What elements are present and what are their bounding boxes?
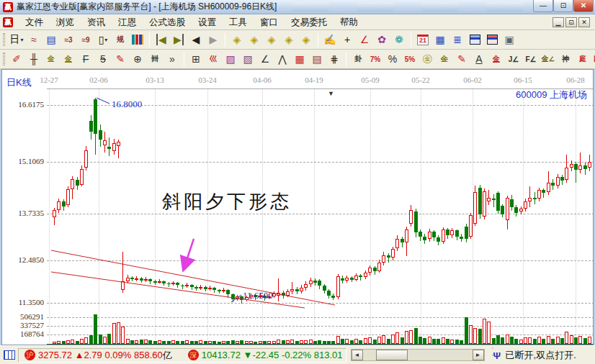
scroll-right-button[interactable]: ► bbox=[473, 350, 484, 360]
maximize-button[interactable]: ⊡ bbox=[553, 0, 573, 12]
toolbar-button[interactable]: 日▾ bbox=[9, 32, 24, 47]
toolbar-button[interactable]: ▶ bbox=[205, 32, 221, 47]
toolbar-button[interactable]: 四∠ bbox=[592, 52, 595, 67]
toolbar-button[interactable]: 金 bbox=[43, 52, 59, 67]
toolbar-button[interactable]: ⊕ bbox=[130, 52, 146, 67]
toolbar-button[interactable]: 庭 bbox=[575, 52, 591, 67]
toolbar-button[interactable]: ✿ bbox=[374, 32, 390, 47]
toolbar-button[interactable]: ▨ bbox=[223, 52, 238, 67]
toolbar-button[interactable]: ❁ bbox=[391, 32, 407, 47]
toolbar-button[interactable]: ◈ bbox=[298, 32, 314, 47]
volume-bar bbox=[423, 338, 426, 344]
chart-panel[interactable]: 日K线 600009 上海机场 ▼ 12-2702-0603-1303-2404… bbox=[1, 69, 594, 345]
toolbar-button[interactable]: ╫ bbox=[26, 52, 42, 67]
toolbar-button[interactable]: 7% bbox=[367, 52, 383, 67]
toolbar-grip[interactable] bbox=[3, 33, 5, 46]
menu-item-工具[interactable]: 工具 bbox=[223, 16, 254, 29]
annotation-peak-price[interactable]: 16.8000 bbox=[112, 99, 142, 110]
toolbar-button[interactable] bbox=[130, 32, 146, 47]
toolbar-button[interactable]: 21 bbox=[415, 32, 431, 47]
toolbar-button[interactable]: ◈ bbox=[246, 32, 262, 47]
menu-item-江恩[interactable]: 江恩 bbox=[112, 16, 143, 29]
toolbar-button[interactable]: 卌 bbox=[147, 52, 163, 67]
menu-item-设置[interactable]: 设置 bbox=[192, 16, 223, 29]
toolbar-button[interactable]: 金 bbox=[437, 52, 452, 67]
scroll-thumb[interactable] bbox=[376, 350, 408, 360]
connection-antenna-icon[interactable] bbox=[492, 350, 502, 361]
toolbar-button[interactable]: 金 bbox=[61, 52, 76, 67]
toolbar-button[interactable] bbox=[484, 32, 500, 47]
toolbar-button[interactable]: ◈ bbox=[264, 32, 279, 47]
toolbar-button[interactable] bbox=[467, 32, 483, 47]
candle bbox=[222, 290, 225, 291]
toolbar-grip[interactable] bbox=[3, 53, 5, 65]
market-table-icon[interactable] bbox=[4, 350, 15, 360]
toolbar-button[interactable]: ≣ bbox=[449, 32, 465, 47]
menu-item-公式选股[interactable]: 公式选股 bbox=[143, 16, 192, 29]
candle bbox=[565, 168, 568, 180]
toolbar-button[interactable]: ≈3 bbox=[61, 32, 76, 47]
toolbar-button[interactable]: J∠ bbox=[506, 52, 522, 67]
toolbar-button[interactable]: 5% bbox=[402, 52, 418, 67]
toolbar-button[interactable]: ∠ bbox=[357, 32, 372, 47]
toolbar-button[interactable]: ▤ bbox=[309, 52, 325, 67]
sz-market-icon[interactable]: 深 bbox=[188, 350, 199, 360]
toolbar-button[interactable]: ◀ bbox=[188, 32, 204, 47]
toolbar-button[interactable]: ⊞ bbox=[188, 52, 204, 67]
toolbar-button[interactable]: ◈ bbox=[229, 32, 245, 47]
mdi-restore-button[interactable]: ⊡ bbox=[565, 17, 577, 27]
horizontal-scrollbar[interactable]: ◄ ► bbox=[351, 349, 485, 361]
volume-bar bbox=[395, 332, 399, 344]
menu-item-文件[interactable]: 文件 bbox=[19, 16, 50, 29]
toolbar-button[interactable]: ◈ bbox=[281, 32, 297, 47]
toolbar-button[interactable]: ≈9 bbox=[78, 32, 94, 47]
toolbar-button[interactable]: ✎ bbox=[454, 52, 470, 67]
mdi-app-icon[interactable]: 赢 bbox=[3, 17, 13, 27]
minimize-button[interactable]: — bbox=[533, 0, 553, 12]
toolbar-button[interactable]: + bbox=[339, 32, 355, 47]
toolbar-button[interactable]: ▧ bbox=[240, 52, 256, 67]
toolbar-button[interactable]: ▣ bbox=[501, 32, 517, 47]
toolbar-button[interactable]: ✐ bbox=[9, 52, 24, 67]
mdi-close-button[interactable]: ✕ bbox=[578, 17, 590, 27]
toolbar-button[interactable]: ⋕ bbox=[326, 52, 342, 67]
toolbar-button[interactable]: 金 bbox=[488, 52, 504, 67]
toolbar-button[interactable]: ✎ bbox=[112, 52, 128, 67]
menu-item-帮助[interactable]: 帮助 bbox=[334, 16, 364, 29]
toolbar-button[interactable]: 金∠ bbox=[540, 52, 556, 67]
toolbar-button[interactable]: ▯▾ bbox=[95, 32, 111, 47]
toolbar-button[interactable]: ▦ bbox=[292, 52, 308, 67]
sh-market-icon[interactable]: 沪 bbox=[24, 350, 35, 360]
toolbar-button[interactable]: ㊎ bbox=[419, 52, 435, 67]
annotation-pattern-text[interactable]: 斜阳夕下形态 bbox=[162, 189, 292, 214]
toolbar-button[interactable]: F∠ bbox=[523, 52, 539, 67]
menu-item-窗口[interactable]: 窗口 bbox=[254, 16, 285, 29]
toolbar-button[interactable]: ≈ bbox=[26, 32, 42, 47]
scroll-left-button[interactable]: ◄ bbox=[352, 350, 363, 360]
toolbar-button[interactable]: ⋀ bbox=[274, 52, 290, 67]
menu-item-交易委托[interactable]: 交易委托 bbox=[285, 16, 334, 29]
toolbar-button[interactable]: 卦 bbox=[350, 52, 366, 67]
toolbar-button[interactable]: F bbox=[78, 52, 94, 67]
mdi-minimize-button[interactable]: ▁ bbox=[552, 17, 564, 27]
toolbar-button[interactable]: % bbox=[385, 52, 401, 67]
toolbar-button[interactable]: ✍ bbox=[322, 32, 338, 47]
annotation-low-price[interactable]: 11.6500 bbox=[243, 290, 273, 301]
candle bbox=[158, 281, 161, 283]
toolbar-button[interactable]: ▤ bbox=[43, 32, 59, 47]
toolbar-button[interactable]: 规 bbox=[112, 32, 128, 47]
toolbar-button[interactable]: A bbox=[471, 52, 487, 67]
candle bbox=[537, 190, 541, 199]
toolbar-button[interactable]: 神 bbox=[558, 52, 573, 67]
axis-date-label: 05-09 bbox=[361, 76, 380, 84]
close-button[interactable]: ✕ bbox=[573, 0, 594, 12]
toolbar-button[interactable]: 5 bbox=[95, 52, 111, 67]
toolbar-button[interactable]: » bbox=[164, 52, 180, 67]
toolbar-button[interactable]: ∠ bbox=[257, 52, 273, 67]
menu-item-浏览[interactable]: 浏览 bbox=[50, 16, 81, 29]
toolbar-button[interactable]: 巛 bbox=[205, 52, 221, 67]
toolbar-button[interactable]: ▶ bbox=[171, 32, 187, 47]
toolbar-button[interactable]: ▦ bbox=[432, 32, 448, 47]
menu-item-资讯[interactable]: 资讯 bbox=[81, 16, 112, 29]
toolbar-button[interactable]: ◀ bbox=[153, 32, 169, 47]
